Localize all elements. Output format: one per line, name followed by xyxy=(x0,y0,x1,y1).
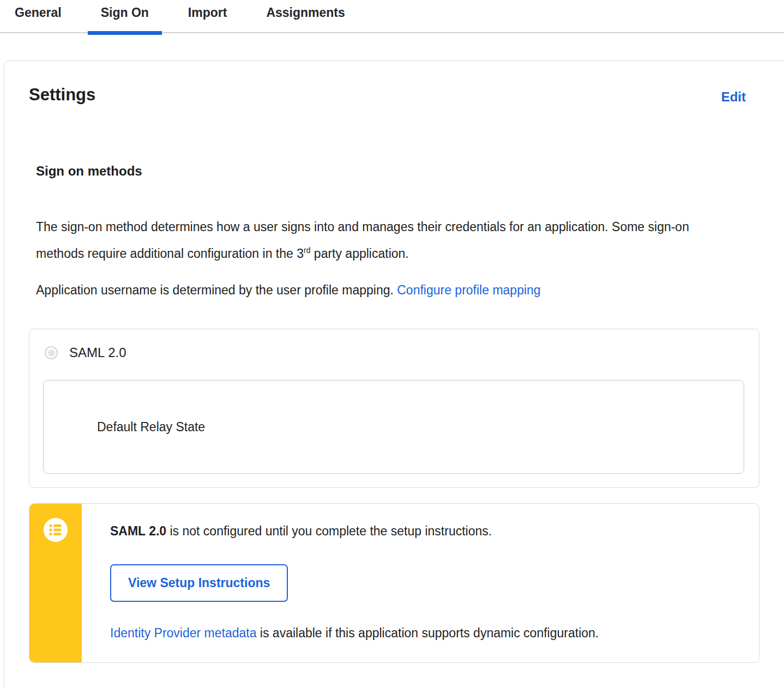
saml-warning-callout: SAML 2.0 is not configured until you com… xyxy=(29,503,759,663)
callout-content: SAML 2.0 is not configured until you com… xyxy=(82,504,620,662)
tab-assignments[interactable]: Assignments xyxy=(266,0,345,32)
configure-profile-mapping-link[interactable]: Configure profile mapping xyxy=(397,283,540,297)
radio-dot xyxy=(48,349,55,357)
saml-radio-label: SAML 2.0 xyxy=(69,345,126,360)
settings-header: Settings Edit xyxy=(29,85,746,105)
description-text-2: party application. xyxy=(310,246,408,261)
relay-state-label: Default Relay State xyxy=(97,420,205,434)
callout-message: SAML 2.0 is not configured until you com… xyxy=(110,522,599,540)
tab-bar: General Sign On Import Assignments xyxy=(0,0,784,33)
metadata-line: Identity Provider metadata is available … xyxy=(110,626,599,641)
edit-button[interactable]: Edit xyxy=(721,89,746,105)
saml-radio-row: SAML 2.0 xyxy=(43,345,744,360)
bulleted-list-icon xyxy=(43,517,68,542)
tab-general[interactable]: General xyxy=(15,0,62,32)
metadata-line-rest: is available if this application support… xyxy=(256,626,599,640)
tab-import[interactable]: Import xyxy=(188,0,227,32)
identity-provider-metadata-link[interactable]: Identity Provider metadata xyxy=(110,626,256,640)
tab-sign-on[interactable]: Sign On xyxy=(101,0,149,32)
sign-on-methods-heading: Sign on methods xyxy=(36,164,784,179)
username-mapping-label: Application username is determined by th… xyxy=(36,283,397,297)
callout-message-rest: is not configured until you complete the… xyxy=(166,524,492,538)
callout-message-bold: SAML 2.0 xyxy=(110,524,166,538)
saml-radio xyxy=(45,346,58,359)
warning-accent-bar xyxy=(29,504,82,662)
relay-state-panel: Default Relay State xyxy=(43,380,744,474)
username-mapping-text: Application username is determined by th… xyxy=(36,277,728,304)
ordinal-superscript: rd xyxy=(304,246,310,255)
view-setup-instructions-button[interactable]: View Setup Instructions xyxy=(110,564,288,602)
saml-method-panel: SAML 2.0 Default Relay State xyxy=(29,329,759,488)
page-title: Settings xyxy=(29,85,95,105)
sign-on-methods-description: The sign-on method determines how a user… xyxy=(36,214,728,267)
settings-card: Settings Edit Sign on methods The sign-o… xyxy=(4,61,784,688)
